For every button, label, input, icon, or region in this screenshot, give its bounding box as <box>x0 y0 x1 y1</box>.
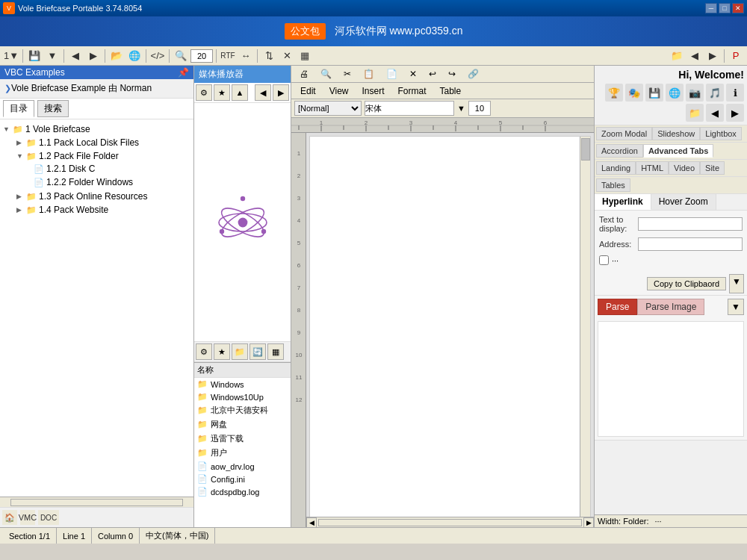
r-icon-7[interactable]: ℹ <box>726 84 744 102</box>
file-item-6[interactable]: 📄 aow_drv.log <box>194 460 291 473</box>
copy-to-clipboard-btn[interactable]: Copy to Clipbaord <box>647 277 726 290</box>
parse-dropdown-arrow[interactable]: ▼ <box>728 299 744 315</box>
nav-doc-btn[interactable]: DOC <box>38 510 59 525</box>
address-input[interactable] <box>638 237 743 251</box>
tree-item-1-3[interactable]: ▶ 📁 1.3 Pack Online Resources <box>15 190 190 202</box>
r-icon-6[interactable]: 🎵 <box>706 84 724 102</box>
new-window-checkbox[interactable] <box>599 255 609 265</box>
file-item-3[interactable]: 📁 网盘 <box>194 417 291 432</box>
tb-layout[interactable]: ▦ <box>297 48 313 64</box>
tb-r3[interactable]: ▶ <box>704 48 721 64</box>
hscroll-right-btn[interactable]: ▶ <box>583 517 594 528</box>
editor-hscroll[interactable]: ◀ ▶ <box>306 517 594 527</box>
tb-btn-1[interactable]: 1▼ <box>3 48 19 64</box>
file-item-1[interactable]: 📁 Windows10Up <box>194 391 291 403</box>
tb-r2[interactable]: ◀ <box>686 48 703 64</box>
media-btn-1[interactable]: ⚙ <box>196 84 212 101</box>
tb-code[interactable]: </> <box>149 48 166 64</box>
menu-edit[interactable]: Edit <box>294 84 322 98</box>
tab-search[interactable]: 搜索 <box>37 100 69 117</box>
tb-forward[interactable]: ▶ <box>85 48 102 64</box>
tree-root-label[interactable]: 1 Vole Briefcase <box>25 124 90 134</box>
copy-dropdown-arrow[interactable]: ▼ <box>729 274 744 293</box>
close-button[interactable]: ✕ <box>732 3 744 13</box>
node-1-4-expand[interactable]: ▶ <box>16 206 24 214</box>
r-icon-9[interactable]: ◀ <box>706 104 724 122</box>
media-btn-right[interactable]: ▶ <box>273 84 289 101</box>
tab-landing[interactable]: Landing <box>596 161 636 175</box>
tab-hyperlink[interactable]: Hyperlink <box>595 194 651 210</box>
media-btn-triangle[interactable]: ▲ <box>232 84 248 101</box>
node-1-1-expand[interactable]: ▶ <box>16 139 24 146</box>
minimize-button[interactable]: ─ <box>705 3 717 13</box>
tb-zoom[interactable]: 🔍 <box>173 48 189 64</box>
menu-format[interactable]: Format <box>392 84 433 98</box>
tb-rtf[interactable]: RTF <box>220 48 236 64</box>
zoom-input[interactable] <box>190 49 213 63</box>
r-icon-4[interactable]: 🌐 <box>666 84 684 102</box>
ed-cut-btn[interactable]: ✂ <box>338 67 356 81</box>
ed-redo-btn[interactable]: ↪ <box>443 67 461 81</box>
file-tree[interactable]: ▼ 📁 1 Vole Briefcase ▶ 📁 1.1 Pack Local … <box>0 119 193 497</box>
tab-lightbox[interactable]: Lightbox <box>700 127 742 140</box>
vscroll-thumb[interactable] <box>581 138 590 161</box>
text-display-input[interactable] <box>638 217 743 231</box>
file-item-2[interactable]: 📁 北京中天德安科 <box>194 403 291 417</box>
tab-hover-zoom[interactable]: Hover Zoom <box>651 194 716 210</box>
tab-video[interactable]: Video <box>669 161 700 175</box>
node-1-2-expand[interactable]: ▼ <box>16 152 24 160</box>
right-text-area[interactable] <box>598 321 744 437</box>
editor-vscroll[interactable] <box>580 137 590 523</box>
tb-back[interactable]: ◀ <box>67 48 84 64</box>
tb-x[interactable]: ✕ <box>279 48 295 64</box>
file-list[interactable]: 📁 Windows 📁 Windows10Up 📁 北京中天德安科 📁 网盘 📁… <box>194 378 291 527</box>
font-dropdown-arrow[interactable]: ▼ <box>457 104 465 113</box>
editor-canvas[interactable] <box>309 136 591 524</box>
r-icon-8[interactable]: 📁 <box>686 104 704 122</box>
tb-web[interactable]: 🌐 <box>126 48 143 64</box>
r-icon-10[interactable]: ▶ <box>726 104 744 122</box>
r-icon-5[interactable]: 📷 <box>686 84 704 102</box>
file-item-4[interactable]: 📁 迅雷下载 <box>194 432 291 446</box>
tree-item-1-1[interactable]: ▶ 📁 1.1 Pack Local Disk Files <box>15 137 190 149</box>
window-controls[interactable]: ─ □ ✕ <box>705 3 744 13</box>
left-panel-scrollbar[interactable] <box>0 497 193 507</box>
ed-print-btn[interactable]: 🖨 <box>294 67 314 81</box>
menu-table[interactable]: Table <box>434 84 468 98</box>
node-1-3-expand[interactable]: ▶ <box>16 193 24 200</box>
node-1-2-2-label[interactable]: 1.2.2 Folder Windows <box>46 177 133 187</box>
maximize-button[interactable]: □ <box>719 3 731 13</box>
media-nav-btn-4[interactable]: 🔄 <box>249 343 266 360</box>
tree-item-1-2-1[interactable]: 📄 1.2.1 Disk C <box>27 163 190 175</box>
ed-link-btn[interactable]: 🔗 <box>462 67 484 81</box>
file-item-7[interactable]: 📄 Config.ini <box>194 473 291 485</box>
tab-accordion[interactable]: Accordion <box>596 144 643 158</box>
tab-html[interactable]: HTML <box>636 161 669 175</box>
menu-insert[interactable]: Insert <box>356 84 390 98</box>
media-nav-btn-2[interactable]: ★ <box>214 343 230 360</box>
node-1-2-label[interactable]: 1.2 Pack File Folder <box>39 151 119 161</box>
ed-paste-btn[interactable]: 📄 <box>381 67 403 81</box>
r-icon-2[interactable]: 🎭 <box>625 84 643 102</box>
tree-item-1-4[interactable]: ▶ 📁 1.4 Pack Website <box>15 204 190 216</box>
nav-home-btn[interactable]: 🏠 <box>2 510 17 525</box>
tb-save[interactable]: 💾 <box>26 48 43 64</box>
media-nav-btn-3[interactable]: 📁 <box>232 343 248 360</box>
ed-copy-btn[interactable]: 📋 <box>358 67 379 81</box>
tree-item-1-2-2[interactable]: 📄 1.2.2 Folder Windows <box>27 176 190 188</box>
r-icon-3[interactable]: 💾 <box>645 84 663 102</box>
file-item-5[interactable]: 📁 用户 <box>194 446 291 460</box>
root-expand[interactable]: ▼ <box>3 125 10 133</box>
nav-vmc-btn[interactable]: VMC <box>20 510 35 525</box>
tb-arrow[interactable]: ↔ <box>238 48 254 64</box>
tab-tables[interactable]: Tables <box>596 178 630 192</box>
file-item-8[interactable]: 📄 dcdspdbg.log <box>194 485 291 498</box>
tab-toc[interactable]: 目录 <box>3 100 34 117</box>
style-selector[interactable]: [Normal] <box>294 101 362 116</box>
node-1-2-1-label[interactable]: 1.2.1 Disk C <box>46 164 95 174</box>
tab-zoom-modal[interactable]: Zoom Modal <box>596 127 652 140</box>
tab-advanced-tabs[interactable]: Advanced Tabs <box>643 144 714 158</box>
ed-close-btn[interactable]: ✕ <box>404 67 422 81</box>
media-btn-star[interactable]: ★ <box>214 84 230 101</box>
font-selector[interactable] <box>365 101 454 116</box>
